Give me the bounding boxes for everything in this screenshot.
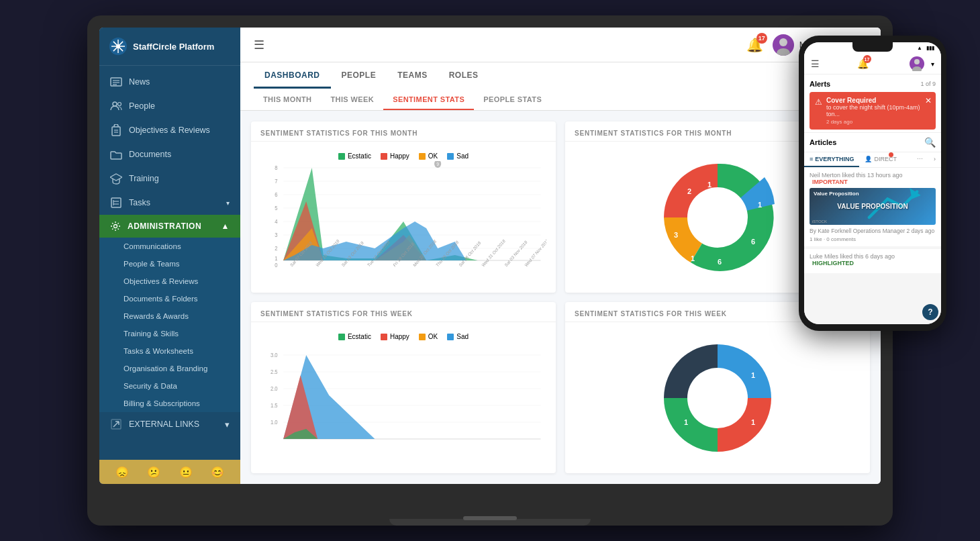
- sidebar-footer: 😞 😕 😐 😊: [99, 460, 240, 484]
- mobile-articles-section: Articles 🔍 ≡ EVERYTHING 👤 DIRECT ⋯: [804, 133, 941, 324]
- legend-label-ok-week: OK: [428, 333, 438, 340]
- svg-text:2.5: 2.5: [271, 368, 278, 375]
- sidebar-item-objectives-reviews[interactable]: Objectives & Reviews: [99, 273, 240, 290]
- sidebar-item-objectives[interactable]: Objectives & Reviews: [99, 118, 240, 142]
- mobile-notification-button[interactable]: 🔔 17: [857, 58, 869, 70]
- sidebar-item-tasks[interactable]: Tasks ▾: [99, 191, 240, 215]
- alert-time: 2 days ago: [826, 119, 930, 125]
- articles-tabs: ≡ EVERYTHING 👤 DIRECT ⋯ ›: [804, 152, 941, 168]
- mobile-avatar: [910, 56, 924, 71]
- legend-sad: Sad: [447, 152, 469, 160]
- nav-label-documents: Documents: [129, 150, 171, 159]
- sidebar-item-people-teams[interactable]: People & Teams: [99, 255, 240, 273]
- mobile-alerts-title: Alerts: [810, 80, 830, 88]
- svg-text:1.0: 1.0: [271, 418, 278, 426]
- newspaper-icon: [110, 76, 122, 88]
- svg-point-80: [687, 368, 748, 428]
- legend-dot-sad: [447, 153, 454, 160]
- external-links-label: EXTERNAL LINKS: [129, 420, 199, 429]
- mobile-hamburger-icon[interactable]: ☰: [811, 58, 820, 69]
- sidebar-item-people[interactable]: People: [99, 94, 240, 118]
- legend-ok-week: OK: [419, 333, 438, 340]
- legend-ok: OK: [419, 152, 438, 160]
- tab-dashboard[interactable]: DASHBOARD: [254, 62, 331, 89]
- tasks-icon: [110, 197, 122, 209]
- person-icon: 👤: [865, 156, 872, 162]
- sidebar-item-external-links[interactable]: EXTERNAL LINKS ▾: [99, 412, 240, 436]
- article-item-1: Neil Merton liked this 13 hours ago IMPO…: [804, 168, 941, 246]
- sidebar-item-rewards[interactable]: Rewards & Awards: [99, 307, 240, 325]
- sidebar-item-security[interactable]: Security & Data: [99, 377, 240, 395]
- articles-tab-direct[interactable]: 👤 DIRECT: [859, 152, 902, 167]
- svg-text:7: 7: [275, 177, 278, 185]
- emoji-sad: 😕: [147, 466, 160, 479]
- svg-point-23: [777, 48, 790, 56]
- article-1-tag: IMPORTANT: [812, 179, 848, 185]
- sidebar-item-training[interactable]: Training: [99, 166, 240, 191]
- donut-chart-week: 1 1 1: [575, 331, 861, 465]
- laptop-screen: StaffCircle Platform News: [99, 28, 881, 484]
- people-icon: [110, 100, 122, 112]
- svg-text:2: 2: [687, 187, 691, 195]
- notification-button[interactable]: 🔔 17: [746, 37, 763, 53]
- article-1-image: Value Proposition VALUE PROPOSITION iSTO…: [810, 188, 936, 225]
- sidebar-item-billing[interactable]: Billing & Subscriptions: [99, 395, 240, 412]
- sub-tab-sentiment-stats[interactable]: SENTIMENT STATS: [383, 90, 474, 110]
- svg-text:3.0: 3.0: [271, 351, 278, 358]
- legend-label-ecstatic-week: Ecstatic: [348, 333, 371, 340]
- svg-text:1: 1: [758, 201, 762, 209]
- articles-tab-next[interactable]: ›: [928, 152, 941, 167]
- sub-tab-this-month[interactable]: THIS MONTH: [254, 90, 321, 110]
- svg-text:3: 3: [674, 231, 678, 239]
- main-tabs: DASHBOARD PEOPLE TEAMS ROLES: [254, 62, 867, 89]
- legend-dot-ecstatic-week: [338, 334, 345, 340]
- alert-warning-icon: ⚠: [815, 97, 822, 107]
- svg-text:9: 9: [436, 161, 439, 167]
- sidebar-item-news[interactable]: News: [99, 70, 240, 94]
- dashboard-content: SENTIMENT STATISTICS FOR THIS MONTH Ecst…: [240, 111, 881, 484]
- svg-text:1: 1: [684, 418, 688, 426]
- sidebar-item-tasks-worksheets[interactable]: Tasks & Worksheets: [99, 342, 240, 360]
- svg-text:1: 1: [751, 418, 755, 426]
- legend-dot-ok: [419, 153, 426, 160]
- tab-teams[interactable]: TEAMS: [387, 62, 438, 89]
- articles-search-icon[interactable]: 🔍: [924, 137, 936, 148]
- external-links-chevron: ▾: [225, 420, 230, 430]
- svg-point-11: [118, 103, 121, 106]
- legend-sad-week: Sad: [447, 333, 469, 340]
- nav-label-people: People: [129, 101, 155, 111]
- article-1-actions: 1 like · 0 comments: [810, 236, 936, 242]
- tasks-chevron: ▾: [226, 199, 230, 207]
- articles-tab-more[interactable]: ⋯: [912, 152, 928, 167]
- mobile-screen: ▲ ▮▮▮ ☰ 🔔 17 ▾ Alerts 1 of 9: [804, 42, 941, 324]
- sub-tab-people-stats[interactable]: PEOPLE STATS: [474, 90, 551, 110]
- svg-point-58: [687, 187, 748, 248]
- mobile-fab[interactable]: ?: [922, 304, 938, 320]
- hamburger-icon[interactable]: ☰: [254, 38, 264, 52]
- legend-happy-week: Happy: [381, 333, 409, 340]
- sidebar-item-documents-folders[interactable]: Documents & Folders: [99, 290, 240, 307]
- mobile-articles-header: Articles 🔍: [804, 133, 941, 152]
- area-chart-month: 8 7 6 5 4 3 2 1 0: [260, 161, 546, 268]
- clipboard-icon: [110, 124, 122, 136]
- sidebar-item-communications[interactable]: Communications: [99, 238, 240, 255]
- gear-icon: [110, 221, 121, 232]
- tab-people[interactable]: PEOPLE: [331, 62, 387, 89]
- app-container: StaffCircle Platform News: [99, 28, 881, 484]
- article-1-meta: Neil Merton liked this 13 hours ago IMPO…: [810, 172, 936, 185]
- chart-sentiment-month-line: SENTIMENT STATISTICS FOR THIS MONTH Ecst…: [251, 121, 556, 293]
- svg-text:2: 2: [275, 244, 278, 252]
- sidebar-item-training-skills[interactable]: Training & Skills: [99, 325, 240, 342]
- alert-close-button[interactable]: ✕: [925, 96, 932, 105]
- articles-tab-everything[interactable]: ≡ EVERYTHING: [804, 152, 859, 167]
- sidebar-item-organisation[interactable]: Organisation & Branding: [99, 360, 240, 377]
- legend-dot-ok-week: [419, 334, 426, 340]
- sub-tab-this-week[interactable]: THIS WEEK: [321, 90, 383, 110]
- sidebar-item-documents[interactable]: Documents: [99, 142, 240, 166]
- alert-desc: to cover the night shift (10pm-4am) ton.…: [826, 104, 930, 117]
- svg-text:2.0: 2.0: [271, 385, 278, 392]
- laptop-frame: StaffCircle Platform News: [87, 15, 893, 526]
- chart-title-month-line: SENTIMENT STATISTICS FOR THIS MONTH: [251, 121, 556, 142]
- tab-roles[interactable]: ROLES: [438, 62, 489, 89]
- laptop-base-notch: [463, 516, 517, 520]
